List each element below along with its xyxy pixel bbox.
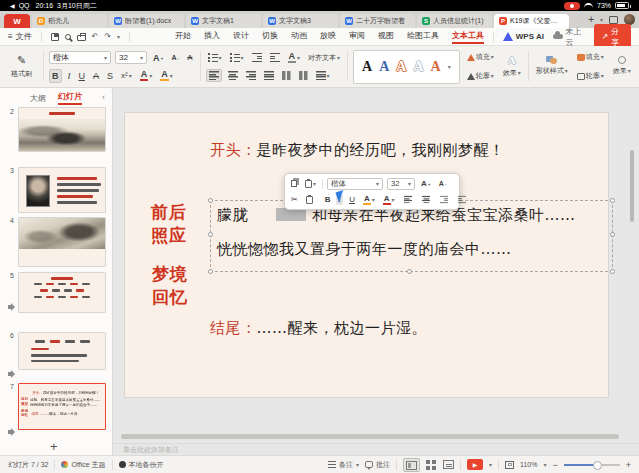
mini-underline-button[interactable]: U bbox=[347, 194, 357, 205]
print-icon[interactable] bbox=[77, 35, 86, 41]
audio-icon[interactable] bbox=[8, 305, 11, 309]
undo-icon[interactable]: ↶ bbox=[92, 32, 99, 41]
slide-thumbnail-6[interactable] bbox=[18, 332, 106, 370]
shrink-font-button[interactable]: A- bbox=[169, 53, 181, 62]
cloud-status[interactable]: 未上云 bbox=[553, 26, 586, 48]
font-color-button[interactable]: A▾ bbox=[138, 69, 155, 82]
menu-insert[interactable]: 插入 bbox=[204, 30, 220, 44]
mini-format-painter[interactable] bbox=[304, 195, 315, 205]
mini-align-left[interactable] bbox=[401, 194, 415, 205]
notes-button[interactable]: 备注▾ bbox=[328, 460, 359, 470]
align-right-button[interactable] bbox=[244, 70, 258, 81]
mini-grow-font[interactable]: A+ bbox=[419, 178, 433, 189]
mini-font-color-button[interactable]: A▾ bbox=[381, 194, 397, 206]
zoom-chevron-icon[interactable]: ▾ bbox=[543, 462, 546, 468]
resize-handle[interactable] bbox=[610, 232, 615, 237]
comments-button[interactable]: 批注 bbox=[365, 460, 390, 470]
wps-ai-button[interactable]: WPS AI bbox=[503, 32, 544, 41]
fit-to-window-icon[interactable] bbox=[505, 461, 514, 469]
slide-thumbnail-5[interactable] bbox=[18, 272, 106, 313]
decrease-indent-button[interactable] bbox=[250, 52, 264, 63]
redo-icon[interactable]: ↷ bbox=[104, 32, 111, 41]
zoom-slider[interactable] bbox=[564, 464, 620, 466]
text-effect-button[interactable]: A 效果▾ bbox=[501, 49, 523, 84]
justify-button[interactable] bbox=[262, 70, 276, 81]
mini-bold-button[interactable]: B bbox=[323, 194, 333, 205]
shadow-button[interactable]: S bbox=[105, 70, 115, 82]
slide-opening-line[interactable]: 开头：是昨夜梦中的经历吧，我刚刚梦醒！ bbox=[210, 141, 505, 160]
collapse-panel-icon[interactable]: ‹ bbox=[102, 92, 105, 102]
tab-outline[interactable]: 大纲 bbox=[30, 93, 46, 104]
menu-transition[interactable]: 切换 bbox=[262, 30, 278, 44]
audio-icon[interactable] bbox=[8, 430, 11, 434]
file-menu[interactable]: ≡文件 bbox=[8, 31, 32, 42]
resize-handle[interactable] bbox=[208, 232, 213, 237]
zoom-level[interactable]: 110% bbox=[520, 461, 537, 468]
menu-view[interactable]: 视图 bbox=[378, 30, 394, 44]
slideshow-play-button[interactable]: ▶ bbox=[467, 459, 483, 470]
copy-button[interactable] bbox=[289, 179, 299, 188]
tab-slides[interactable]: 幻灯片 bbox=[58, 91, 82, 105]
text-outline-button[interactable]: 轮廓▾ bbox=[465, 70, 496, 82]
notes-divider[interactable] bbox=[113, 443, 639, 444]
align-center-button[interactable] bbox=[226, 70, 240, 81]
find-icon[interactable] bbox=[65, 34, 71, 40]
font-size-select[interactable]: 32▾ bbox=[115, 51, 147, 64]
slide-thumbnail-3[interactable] bbox=[18, 167, 106, 213]
back-to-app-icon[interactable]: ◀ bbox=[10, 2, 15, 9]
play-options-chevron-icon[interactable]: ▾ bbox=[489, 462, 492, 468]
wordart-style-5[interactable]: A bbox=[431, 60, 441, 74]
text-direction-button[interactable]: A▾ bbox=[286, 51, 303, 64]
label-dream-memory[interactable]: 梦境回忆 bbox=[152, 263, 188, 309]
shape-style-button[interactable]: 形状样式▾ bbox=[534, 49, 570, 84]
selected-text-box[interactable]: 朦胧和母亲在半夜起来给蚕宝宝添桑叶…… 恍恍惚惚我又置身于两年一度的庙会中…… bbox=[210, 200, 613, 272]
text-fill-button[interactable]: 填充▾ bbox=[465, 51, 496, 63]
underline-button[interactable]: U bbox=[77, 70, 88, 82]
menu-animation[interactable]: 动画 bbox=[291, 30, 307, 44]
reading-view-button[interactable] bbox=[443, 460, 454, 469]
mini-indent-increase[interactable] bbox=[455, 194, 469, 205]
mini-font-select[interactable]: 楷体▾ bbox=[327, 178, 383, 190]
grow-font-button[interactable]: A+ bbox=[151, 52, 165, 64]
mini-align-center[interactable] bbox=[419, 194, 433, 205]
mini-indent-decrease[interactable] bbox=[437, 194, 451, 205]
wordart-style-4[interactable]: A bbox=[413, 60, 423, 74]
menu-text-tools-active[interactable]: 文本工具 bbox=[452, 30, 484, 44]
bold-button[interactable]: B bbox=[49, 69, 62, 83]
menu-slideshow[interactable]: 放映 bbox=[320, 30, 336, 44]
format-painter-button[interactable]: ✎ 格式刷 bbox=[5, 49, 38, 84]
tab-doc-4[interactable]: W二十万字盼望着 bbox=[340, 14, 415, 28]
tab-docer[interactable]: D稻壳儿 bbox=[32, 14, 107, 28]
clear-format-button[interactable]: A bbox=[185, 52, 194, 63]
slide-thumbnail-7-selected[interactable]: 开头：是昨夜梦中的经历吧，我刚刚梦醒！ 前后照应 朦胧 和母亲在半夜起来给蚕宝宝… bbox=[18, 383, 106, 430]
tab-doc-2[interactable]: W文字文稿1 bbox=[186, 14, 261, 28]
menu-design[interactable]: 设计 bbox=[233, 30, 249, 44]
line-spacing-button[interactable]: ▾ bbox=[314, 70, 332, 81]
slide-canvas[interactable]: 开头：是昨夜梦中的经历吧，我刚刚梦醒！ 前后照应 朦胧和母亲在半夜起来给蚕宝宝添… bbox=[125, 113, 608, 397]
resize-handle[interactable] bbox=[610, 269, 615, 274]
audio-icon[interactable] bbox=[8, 372, 11, 376]
resize-handle[interactable] bbox=[407, 269, 412, 274]
paste-button[interactable]: ▾ bbox=[303, 179, 318, 189]
highlight-color-button[interactable]: A▾ bbox=[158, 69, 175, 82]
align-left-button[interactable] bbox=[206, 69, 222, 82]
notes-placeholder[interactable]: 单击此处添加备注 bbox=[123, 445, 179, 455]
font-family-select[interactable]: 楷体▾ bbox=[49, 51, 111, 64]
slide-thumbnail-2[interactable] bbox=[18, 107, 106, 152]
local-backup-status[interactable]: 本地备份开 bbox=[119, 460, 164, 470]
back-to-app-label[interactable]: QQ bbox=[19, 2, 30, 9]
mini-shrink-font[interactable]: A- bbox=[437, 179, 449, 188]
distribute-button[interactable] bbox=[280, 70, 293, 81]
tab-doc-1[interactable]: W盼望着(1).docx bbox=[109, 14, 184, 28]
horizontal-scrollbar[interactable] bbox=[121, 434, 619, 439]
zoom-in-button[interactable]: + bbox=[626, 460, 631, 470]
menu-home[interactable]: 开始 bbox=[175, 30, 191, 44]
tab-sheet[interactable]: S人员信息统计(1) bbox=[417, 14, 492, 28]
menu-review[interactable]: 审阅 bbox=[349, 30, 365, 44]
increase-indent-button[interactable] bbox=[268, 52, 282, 63]
slide-thumbnail-4[interactable] bbox=[18, 217, 106, 267]
normal-view-button-selected[interactable] bbox=[403, 458, 420, 472]
theme-button[interactable]: Office 主题 bbox=[61, 460, 105, 470]
shape-outline-button[interactable]: 轮廓▾ bbox=[575, 70, 606, 82]
shape-fill-button[interactable]: 填充▾ bbox=[575, 51, 606, 63]
